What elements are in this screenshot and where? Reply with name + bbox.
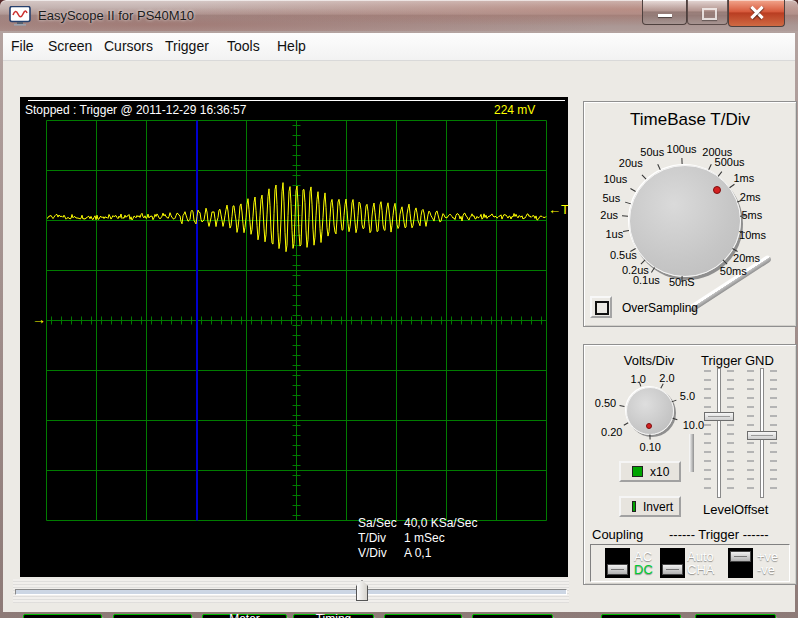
dial-tick	[681, 276, 682, 282]
close-button[interactable]	[728, 0, 785, 27]
minimize-button[interactable]	[642, 0, 687, 25]
timebase-dial-labels: 100us200us500us1ms2ms5ms10ms20ms50ms50nS…	[584, 102, 796, 326]
meter-display-button[interactable]: Meter Display	[202, 614, 287, 618]
acquisition-status: Stopped : Trigger @ 2011-12-29 16:36:57	[25, 103, 246, 117]
dial-tick	[672, 417, 677, 420]
dial-tick	[641, 174, 646, 179]
dial-tick	[649, 434, 650, 439]
scope-readouts: Sa/Sec40,0 KSa/Sec T/Div1 mSec V/DivA 0,…	[358, 516, 477, 561]
dial-tick	[681, 158, 682, 164]
dial-label-2ms: 2ms	[740, 191, 761, 203]
neg-slope-label: -ve	[757, 562, 775, 577]
level-caption: Level	[703, 502, 734, 517]
slider-ticks	[727, 370, 734, 496]
scope-top-border	[28, 100, 565, 101]
readout-v-div: V/DivA 0,1	[358, 546, 477, 561]
readout-t-div: T/Div1 mSec	[358, 531, 477, 546]
x10-led-icon	[632, 466, 643, 477]
dial-label-5.0: 5.0	[680, 390, 695, 402]
dial-label-20ms: 20ms	[733, 252, 760, 264]
coupling-label: Coupling	[592, 527, 643, 542]
run-button[interactable]: Run	[695, 614, 776, 618]
dial-tick	[625, 201, 631, 204]
gnd-slider-thumb[interactable]	[747, 431, 777, 440]
dial-label-0.5us: 0.5us	[610, 249, 637, 261]
oversampling-label: OverSampling	[622, 301, 698, 315]
trackbar-thumb[interactable]	[356, 580, 368, 601]
trigger-group-label: ------ Trigger ------	[669, 527, 769, 542]
switch-handle[interactable]	[607, 564, 628, 575]
y-cursor-button[interactable]: Y Cursor	[384, 614, 462, 618]
invert-led-icon	[632, 501, 636, 512]
trigger-auto-cha-switch[interactable]	[660, 548, 685, 578]
trigger-level-marker[interactable]: ←T	[548, 202, 569, 217]
dial-label-0.2us: 0.2us	[622, 264, 649, 276]
menu-tools[interactable]: Tools	[227, 33, 260, 60]
dial-label-5us: 5us	[602, 192, 620, 204]
dial-tick	[622, 215, 628, 216]
trigger-level-slider[interactable]	[701, 368, 737, 498]
dial-tick	[730, 184, 735, 188]
dial-tick	[718, 171, 722, 176]
dial-label-0.10: 0.10	[640, 441, 661, 453]
trackbar-channel	[15, 589, 567, 595]
offset-caption: Offset	[734, 502, 768, 517]
maximize-icon	[702, 8, 717, 20]
menu-trigger[interactable]: Trigger	[165, 33, 209, 60]
dial-tick	[740, 215, 746, 216]
dial-indicator-dot	[713, 186, 721, 194]
dial-tick	[623, 230, 629, 232]
menu-screen[interactable]: Screen	[48, 33, 92, 60]
slider-track	[717, 368, 721, 498]
dial-label-10us: 10us	[603, 173, 627, 185]
dial-tick	[623, 422, 628, 425]
switch-handle[interactable]	[662, 564, 683, 575]
scope-display: Stopped : Trigger @ 2011-12-29 16:36:57 …	[20, 97, 568, 577]
oversampling-checkbox[interactable]	[590, 296, 612, 318]
menu-file[interactable]: File	[11, 33, 34, 60]
trigger-slider-thumb[interactable]	[704, 412, 734, 421]
dial-tick	[620, 405, 625, 407]
single-button[interactable]: Single	[601, 614, 681, 618]
timing-cursor-button[interactable]: Timing Cursor	[293, 614, 374, 618]
gnd-offset-slider[interactable]	[744, 368, 780, 498]
channel-position-marker[interactable]: →	[32, 311, 46, 327]
coupling-trigger-switch-box: AC DC Auto CHA +ve -ve	[590, 544, 790, 582]
x10-button[interactable]: x10	[619, 461, 681, 482]
dial-label-0.20: 0.20	[601, 426, 622, 438]
dial-indicator-dot	[646, 423, 652, 429]
checkbox-icon	[595, 301, 609, 315]
dial-label-50ms: 50ms	[720, 265, 747, 277]
menu-cursors[interactable]: Cursors	[104, 33, 153, 60]
slider-ticks	[704, 370, 711, 496]
dial-tick	[708, 164, 712, 170]
scope-graticule-and-trace	[20, 97, 568, 577]
dial-label-10ms: 10ms	[739, 229, 766, 241]
dial-label-20us: 20us	[619, 157, 643, 169]
dial-label-0.50: 0.50	[595, 397, 616, 409]
coupling-ac-dc-switch[interactable]	[605, 548, 630, 578]
dial-label-2.0: 2.0	[659, 372, 674, 384]
menu-help[interactable]: Help	[277, 33, 306, 60]
invert-button[interactable]: Invert	[619, 496, 681, 517]
auto-set-button[interactable]: Auto Set	[472, 614, 553, 618]
illuminate-button[interactable]: Illuminate	[23, 614, 102, 618]
title-bar[interactable]: EasyScope II for PS40M10	[0, 0, 798, 31]
fft-display-button[interactable]: FFT Display	[113, 614, 192, 618]
maximize-button[interactable]	[687, 0, 728, 25]
trigger-level-readout: 224 mV	[494, 103, 535, 117]
dial-label-1ms: 1ms	[733, 172, 754, 184]
dial-label-50us: 50us	[640, 146, 664, 158]
dial-tick	[672, 399, 677, 402]
trigger-slope-switch[interactable]	[728, 548, 753, 578]
dial-tick	[657, 164, 660, 170]
dial-tick	[631, 188, 637, 192]
dial-label-500us: 500us	[715, 156, 745, 168]
menu-bar: File Screen Cursors Trigger Tools Help	[3, 33, 795, 61]
vertical-panel: Volts/Div Trigger GND 1.02.00.505.00.201…	[583, 344, 797, 585]
dc-label: DC	[634, 562, 653, 577]
dial-label-2us: 2us	[600, 209, 618, 221]
horizontal-position-trackbar[interactable]	[13, 579, 569, 603]
switch-handle[interactable]	[730, 551, 751, 562]
dial-tick	[651, 267, 655, 273]
